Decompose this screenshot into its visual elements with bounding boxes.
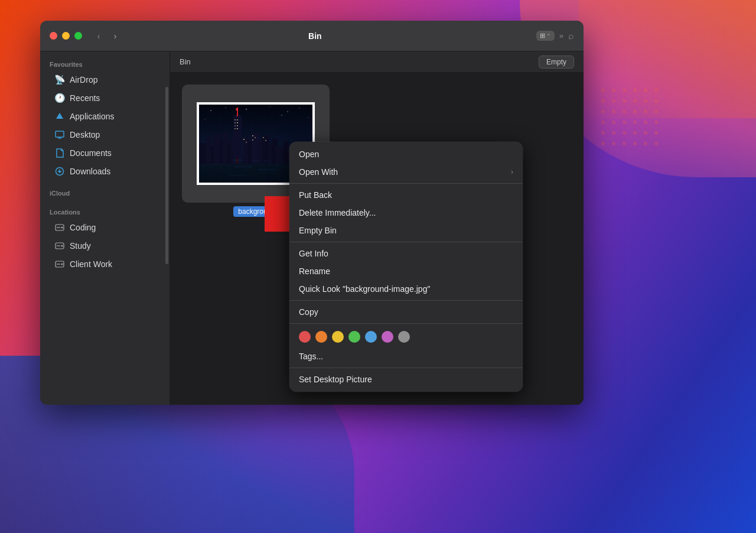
toolbar-right: ⊞⌃ » ⌕ [536,31,574,41]
sidebar-item-coding[interactable]: Coding [45,219,165,236]
more-options-icon[interactable]: » [559,31,563,40]
svg-rect-71 [263,160,270,162]
sidebar-item-label-client-work: Client Work [70,259,112,269]
menu-item-empty-bin[interactable]: Empty Bin [289,222,523,239]
sidebar-item-recents[interactable]: 🕐 Recents [45,89,165,107]
file-label-background: backgrou... [233,206,278,217]
title-bar: ‹ › Bin ⊞⌃ » ⌕ [40,21,584,51]
svg-rect-56 [276,146,285,164]
color-tag-orange[interactable] [315,331,327,343]
sidebar-scrollbar[interactable] [165,87,168,264]
svg-rect-47 [234,128,236,129]
menu-separator-4 [289,323,523,324]
svg-point-10 [61,264,63,265]
svg-point-23 [308,118,309,118]
menu-item-delete-immediately[interactable]: Delete Immediately... [289,204,523,222]
svg-rect-70 [252,160,260,161]
svg-rect-42 [237,119,238,121]
svg-rect-62 [255,137,256,138]
view-toggle[interactable]: ⊞⌃ [536,31,555,41]
breadcrumb: Bin [180,57,539,66]
menu-separator-2 [289,242,523,242]
svg-point-16 [246,109,247,110]
sidebar-item-documents[interactable]: Documents [45,144,165,162]
svg-point-22 [281,115,282,115]
sidebar-item-label-study: Study [70,241,91,251]
svg-point-20 [205,119,206,120]
svg-rect-1 [58,138,61,139]
minimize-button[interactable] [62,32,70,40]
svg-point-4 [61,227,63,229]
downloads-icon [54,166,65,177]
window-title: Bin [94,31,536,41]
study-drive-icon [54,240,65,251]
sidebar-item-study[interactable]: Study [45,237,165,255]
sidebar-item-label-desktop: Desktop [70,130,100,139]
svg-rect-66 [243,139,245,140]
color-tag-yellow[interactable] [332,331,344,343]
menu-item-get-info[interactable]: Get Info [289,245,523,262]
svg-point-7 [61,245,63,247]
svg-rect-41 [234,119,236,121]
color-tag-red[interactable] [299,331,311,343]
svg-rect-43 [234,122,236,124]
menu-separator-5 [289,368,523,368]
menu-item-rename[interactable]: Rename [289,262,523,280]
menu-item-put-back[interactable]: Put Back [289,186,523,204]
sidebar-item-airdrop[interactable]: 📡 AirDrop [45,71,165,89]
submenu-arrow-icon: › [511,168,513,176]
menu-item-tags[interactable]: Tags... [289,347,523,365]
svg-rect-64 [263,137,264,138]
menu-item-set-desktop[interactable]: Set Desktop Picture [289,370,523,388]
svg-point-19 [299,108,299,108]
menu-item-quick-look[interactable]: Quick Look "background-image.jpg" [289,280,523,298]
search-icon[interactable]: ⌕ [568,31,574,41]
sidebar-item-label-downloads: Downloads [70,167,110,176]
svg-rect-44 [237,122,238,124]
menu-item-open-with[interactable]: Open With › [289,163,523,181]
color-tag-green[interactable] [348,331,360,343]
svg-point-14 [210,110,211,111]
sidebar-item-label-recents: Recents [70,93,100,103]
svg-rect-65 [265,140,266,141]
sidebar-item-applications[interactable]: Applications [45,108,165,125]
sidebar-item-label-airdrop: AirDrop [70,75,97,84]
menu-separator-1 [289,183,523,184]
desktop-icon [54,129,65,140]
sidebar-item-label-applications: Applications [70,112,115,121]
color-tag-purple[interactable] [382,331,393,343]
recents-icon: 🕐 [54,93,65,103]
client-work-drive-icon [54,259,65,269]
menu-item-open[interactable]: Open [289,145,523,163]
sidebar-item-label-documents: Documents [70,148,112,158]
menu-item-copy[interactable]: Copy [289,303,523,321]
color-tag-blue[interactable] [365,331,377,343]
svg-point-17 [270,106,271,107]
icloud-section-label: iCloud [40,185,170,199]
svg-rect-37 [233,116,242,164]
close-button[interactable] [50,32,57,40]
airdrop-icon: 📡 [54,74,65,85]
svg-rect-61 [252,135,253,136]
coding-drive-icon [54,222,65,233]
color-tag-gray[interactable] [398,331,410,343]
maximize-button[interactable] [74,32,82,40]
sidebar-item-downloads[interactable]: Downloads [45,162,165,180]
svg-rect-72 [236,158,238,163]
svg-rect-46 [237,125,238,126]
svg-rect-45 [234,125,236,126]
locations-section-label: Locations [40,204,170,218]
sidebar-item-label-coding: Coding [70,223,96,232]
breadcrumb-bar: Bin Empty [170,51,584,73]
sidebar-item-client-work[interactable]: Client Work [45,255,165,273]
favourites-section-label: Favourites [40,56,170,70]
svg-rect-63 [252,139,253,141]
svg-rect-67 [246,142,247,143]
decorative-dots [601,89,662,149]
sidebar-item-desktop[interactable]: Desktop [45,126,165,144]
svg-rect-48 [237,128,238,129]
applications-icon [54,111,65,122]
context-menu: Open Open With › Put Back Delete Immedia… [289,142,523,392]
empty-button[interactable]: Empty [539,56,574,69]
documents-icon [54,148,65,158]
